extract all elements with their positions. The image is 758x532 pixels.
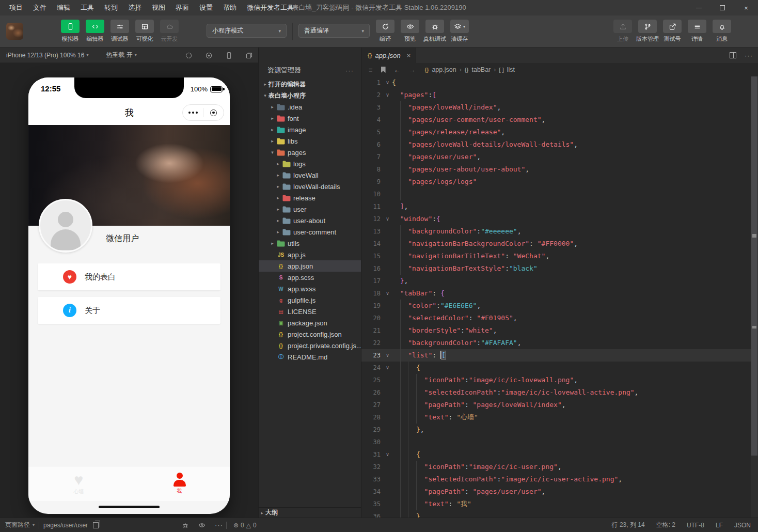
explorer-section[interactable]: ▾表白墙小程序 bbox=[259, 90, 361, 101]
code-line[interactable]: 13"backgroundColor":"#eeeeee", bbox=[361, 225, 751, 238]
code-line[interactable]: 29}, bbox=[361, 424, 751, 436]
outline-section[interactable]: ▸ 大纲 bbox=[259, 507, 361, 518]
tree-item[interactable]: ▸user-comment bbox=[259, 226, 361, 238]
bookmark-icon[interactable] bbox=[381, 67, 386, 73]
indentation-setting[interactable]: 空格: 2 bbox=[656, 521, 675, 529]
tree-item[interactable]: ▸libs bbox=[259, 135, 361, 147]
tree-item[interactable]: ▸logs bbox=[259, 158, 361, 169]
tree-item[interactable]: Wapp.wxss bbox=[259, 283, 361, 294]
navigate-forward-icon[interactable]: → bbox=[409, 66, 416, 74]
code-line[interactable]: 23∨"list": [ bbox=[361, 349, 751, 362]
tree-item[interactable]: ▸image bbox=[259, 124, 361, 135]
code-line[interactable]: 16"navigationBarTextStyle":"black" bbox=[361, 262, 751, 275]
fold-chevron-icon[interactable]: ∨ bbox=[383, 448, 392, 461]
toolbar-button-branch[interactable]: 版本管理 bbox=[635, 20, 660, 43]
tree-item[interactable]: ▸.idea bbox=[259, 101, 361, 113]
encoding-setting[interactable]: UTF-8 bbox=[687, 522, 704, 529]
tree-item[interactable]: {}app.json bbox=[259, 260, 361, 272]
fold-chevron-icon[interactable]: ∨ bbox=[383, 349, 392, 362]
navigate-back-icon[interactable]: ← bbox=[394, 66, 401, 74]
menu-item[interactable]: 转到 bbox=[99, 0, 123, 15]
wechat-capsule-button[interactable] bbox=[182, 104, 224, 121]
menu-item[interactable]: 选择 bbox=[123, 0, 147, 15]
fold-chevron-icon[interactable]: ∨ bbox=[383, 362, 392, 374]
code-line[interactable]: 7"pages/user/user", bbox=[361, 151, 751, 163]
multi-window-icon[interactable] bbox=[245, 52, 253, 59]
code-line[interactable]: 30 bbox=[361, 436, 751, 448]
language-mode[interactable]: JSON bbox=[734, 522, 751, 529]
user-avatar[interactable] bbox=[6, 23, 23, 40]
tree-item[interactable]: {}project.private.config.js... bbox=[259, 340, 361, 351]
code-line[interactable]: 27"pagePath": "pages/loveWall/index", bbox=[361, 399, 751, 411]
explorer-section[interactable]: ▸打开的编辑器 bbox=[259, 79, 361, 90]
code-line[interactable]: 31∨{ bbox=[361, 448, 751, 461]
code-line[interactable]: 14"navigationBarBackgroundColor": "#FF00… bbox=[361, 238, 751, 250]
more-icon[interactable] bbox=[183, 112, 203, 114]
code-line[interactable]: 33"selectedIconPath":"image/ic/ic-user-a… bbox=[361, 473, 751, 486]
code-line[interactable]: 4"pages/user-comment/user-comment", bbox=[361, 114, 751, 126]
tree-item[interactable]: ▾pages bbox=[259, 147, 361, 158]
tree-item[interactable]: JSapp.js bbox=[259, 249, 361, 260]
tab-item-heart-wall[interactable]: ♥ 心墙 bbox=[28, 466, 129, 501]
code-line[interactable]: 22"backgroundColor":"#FAFAFA", bbox=[361, 337, 751, 349]
toolbar-button-layers[interactable]: ▾清缓存 bbox=[447, 20, 472, 43]
code-line[interactable]: 3"pages/loveWall/index", bbox=[361, 101, 751, 114]
minimize-button[interactable] bbox=[687, 0, 710, 15]
avatar[interactable] bbox=[39, 199, 92, 253]
split-editor-icon[interactable] bbox=[730, 52, 736, 58]
tree-item[interactable]: ⓘREADME.md bbox=[259, 351, 361, 363]
about-item[interactable]: i 关于 bbox=[38, 297, 220, 324]
code-line[interactable]: 10 bbox=[361, 188, 751, 200]
page-path-selector[interactable]: 页面路径 ▾ bbox=[5, 521, 35, 529]
code-line[interactable]: 12∨"window":{ bbox=[361, 213, 751, 225]
code-line[interactable]: 2∨"pages":[ bbox=[361, 89, 751, 101]
toolbar-button-menu[interactable]: 详情 bbox=[685, 20, 709, 43]
debug-icon[interactable] bbox=[182, 522, 189, 529]
copy-path-icon[interactable] bbox=[93, 522, 99, 528]
toolbar-button-refresh[interactable]: 编译 bbox=[373, 20, 398, 43]
toolbar-button-external[interactable]: 测试号 bbox=[660, 20, 685, 43]
close-tab-icon[interactable]: × bbox=[407, 52, 411, 59]
device-select[interactable]: iPhone 12/13 (Pro) 100% 16 ▾ bbox=[6, 52, 88, 59]
menu-item[interactable]: 界面 bbox=[170, 0, 194, 15]
code-line[interactable]: 15"navigationBarTitleText": "WeChat", bbox=[361, 250, 751, 262]
tree-item[interactable]: ▤LICENSE bbox=[259, 306, 361, 317]
phone-icon[interactable] bbox=[225, 52, 233, 59]
code-line[interactable]: 6"pages/loveWall-details/loveWall-detail… bbox=[361, 138, 751, 151]
menu-item[interactable]: 编辑 bbox=[52, 0, 75, 15]
tree-item[interactable]: Sapp.scss bbox=[259, 272, 361, 283]
toolbar-button-upload[interactable]: 上传 bbox=[610, 20, 635, 43]
code-line[interactable]: 1∨{ bbox=[361, 76, 751, 89]
eol-setting[interactable]: LF bbox=[716, 522, 723, 529]
toolbar-button-layout[interactable]: 可视化 bbox=[132, 20, 157, 43]
toolbar-button-phone[interactable]: 模拟器 bbox=[58, 20, 83, 43]
code-line[interactable]: 24∨{ bbox=[361, 362, 751, 374]
maximize-button[interactable] bbox=[710, 0, 734, 15]
code-line[interactable]: 8"pages/user-about/user-about", bbox=[361, 163, 751, 176]
breadcrumb-item[interactable]: app.json bbox=[432, 66, 456, 73]
tree-item[interactable]: ▣package.json bbox=[259, 317, 361, 328]
hot-reload-toggle[interactable]: 热重载 开 ▾ bbox=[106, 51, 136, 59]
tree-item[interactable]: ▸user-about bbox=[259, 215, 361, 226]
menu-item[interactable]: 设置 bbox=[194, 0, 218, 15]
breadcrumb-item[interactable]: tabBar bbox=[471, 66, 491, 73]
fold-chevron-icon[interactable]: ∨ bbox=[383, 213, 392, 225]
fold-chevron-icon[interactable]: ∨ bbox=[383, 287, 392, 300]
mode-select[interactable]: 小程序模式 ▾ bbox=[207, 24, 287, 38]
record-icon[interactable] bbox=[205, 52, 213, 59]
editor-scrollbar[interactable] bbox=[751, 76, 758, 518]
menu-item[interactable]: 工具 bbox=[75, 0, 99, 15]
tree-item[interactable]: ▸release bbox=[259, 192, 361, 204]
scrollbar-thumb[interactable] bbox=[751, 76, 757, 456]
close-button[interactable]: × bbox=[734, 0, 758, 15]
more-actions-icon[interactable]: ··· bbox=[215, 521, 223, 529]
compile-mode-select[interactable]: 普通编译 ▾ bbox=[298, 24, 370, 38]
code-line[interactable]: 11], bbox=[361, 200, 751, 213]
tree-item[interactable]: ggulpfile.js bbox=[259, 294, 361, 306]
toolbar-button-code[interactable]: 编辑器 bbox=[83, 20, 107, 43]
code-line[interactable]: 19"color":"#E6E6E6", bbox=[361, 300, 751, 312]
code-line[interactable]: 35"text": "我" bbox=[361, 498, 751, 510]
tree-item[interactable]: {}project.config.json bbox=[259, 328, 361, 340]
problems-indicator[interactable]: ⊗ 0 △ 0 bbox=[233, 522, 257, 529]
my-confession-item[interactable]: ♥ 我的表白 bbox=[38, 263, 220, 290]
